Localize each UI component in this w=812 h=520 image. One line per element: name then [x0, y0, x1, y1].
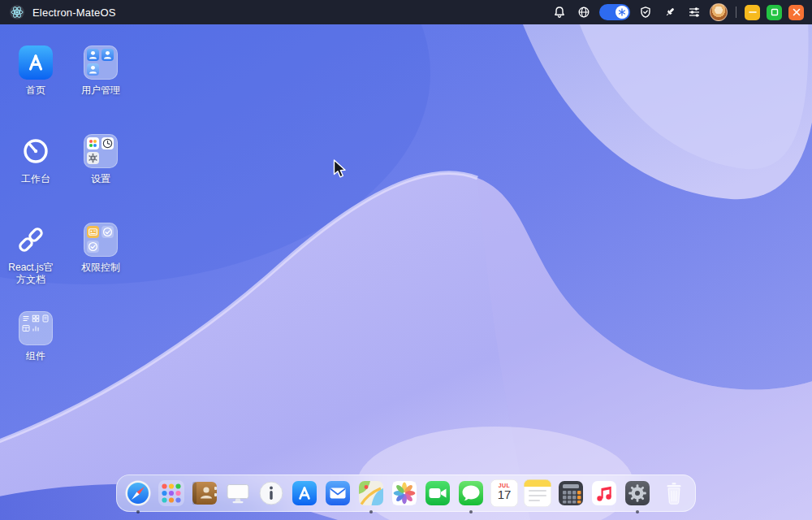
pin-icon[interactable] — [661, 3, 679, 21]
dock-icon-facetime[interactable] — [424, 479, 451, 507]
dock: JUL 17 — [116, 474, 696, 512]
desktop-icon-label: 组件 — [26, 350, 45, 362]
permissions-group-tile-icon — [84, 223, 118, 257]
running-indicator — [369, 510, 373, 514]
check-circle-mini-icon — [102, 226, 114, 238]
dock-icon-safari[interactable] — [124, 479, 152, 507]
desktop-icon-label: 权限控制 — [81, 262, 120, 274]
dock-icon-maps[interactable] — [357, 479, 385, 507]
desktop-icon-permission-control[interactable]: 权限控制 — [70, 223, 132, 274]
running-indicator — [469, 510, 473, 514]
desktop-icon-label: React.js官方文档 — [5, 262, 57, 286]
id-badge-mini-icon — [87, 226, 99, 238]
note-line — [529, 500, 540, 501]
note-line — [529, 490, 546, 492]
desktop-icon-label: 首页 — [26, 84, 45, 97]
calendar-day: 17 — [498, 488, 512, 501]
gauge-icon — [19, 134, 53, 168]
app-title: Electron-MateOS — [32, 6, 116, 19]
dock-icon-launchpad[interactable] — [158, 479, 185, 507]
running-indicator — [136, 510, 140, 514]
shield-icon[interactable] — [637, 3, 654, 21]
user-mini-icon — [87, 49, 99, 61]
notes-tile — [524, 479, 551, 507]
bell-icon[interactable] — [551, 3, 568, 21]
desktop-icon-react-docs[interactable]: React.js官方文档 — [5, 223, 57, 286]
appstore-tile-icon — [19, 46, 53, 80]
clock-mini-icon — [102, 137, 114, 150]
components-group-tile-icon — [19, 311, 53, 345]
calendar-tile: JUL 17 — [490, 479, 518, 507]
desktop-icon-label: 工作台 — [21, 173, 50, 185]
dock-icon-contacts[interactable] — [191, 479, 218, 507]
settings-group-tile-icon — [84, 134, 118, 168]
user-mini-icon — [87, 63, 99, 76]
grid-mini-icon — [32, 314, 40, 323]
desktop-icon-label: 设置 — [91, 173, 110, 185]
list-mini-icon — [22, 314, 30, 323]
user-avatar[interactable] — [710, 3, 728, 21]
check-circle-mini-icon — [87, 240, 99, 253]
dock-icon-notes[interactable] — [524, 479, 551, 507]
desktop-icon-home[interactable]: 首页 — [5, 46, 67, 97]
theme-toggle[interactable] — [599, 4, 630, 20]
maximize-button[interactable] — [767, 5, 782, 20]
close-button[interactable] — [788, 5, 804, 20]
dock-icon-photos[interactable] — [391, 479, 418, 507]
table-mini-icon — [22, 324, 30, 332]
menubar: Electron-MateOS — [0, 0, 812, 24]
running-indicator — [636, 510, 639, 514]
apps-grid-mini-icon — [87, 137, 99, 150]
dock-icon-mail[interactable] — [324, 479, 352, 507]
dock-icon-trash[interactable] — [660, 479, 688, 507]
menubar-divider — [736, 6, 736, 18]
dock-icon-calendar[interactable]: JUL 17 — [490, 479, 518, 507]
globe-language-icon[interactable] — [575, 3, 593, 21]
electron-atom-icon[interactable] — [8, 3, 26, 21]
menubar-tray — [551, 3, 804, 21]
dock-icon-messages[interactable] — [457, 479, 485, 507]
note-line — [529, 495, 546, 496]
dock-icon-app-store[interactable] — [291, 479, 318, 507]
theme-toggle-knob — [615, 6, 628, 19]
chart-mini-icon — [32, 324, 40, 332]
desktop-icon-settings[interactable]: 设置 — [70, 134, 132, 185]
desktop-screen: Electron-MateOS — [0, 0, 812, 520]
desktop-icon-user-management[interactable]: 用户管理 — [70, 46, 132, 97]
minimize-button[interactable] — [745, 5, 760, 20]
desktop-icon-label: 用户管理 — [81, 84, 120, 97]
sliders-icon[interactable] — [685, 3, 703, 21]
menubar-left: Electron-MateOS — [8, 3, 116, 21]
desktop-icon-components[interactable]: 组件 — [5, 311, 67, 362]
users-group-tile-icon — [84, 46, 118, 80]
desktop-icon-workbench[interactable]: 工作台 — [5, 134, 67, 185]
link-icon — [14, 223, 48, 257]
document-mini-icon — [41, 314, 50, 323]
dock-icon-calculator[interactable] — [557, 479, 585, 507]
dock-icon-info[interactable] — [257, 479, 285, 507]
dock-icon-system-settings[interactable] — [624, 479, 651, 507]
dock-icon-music[interactable] — [590, 479, 618, 507]
dock-icon-display[interactable] — [224, 479, 252, 507]
user-mini-icon — [102, 49, 114, 61]
gear-mini-icon — [87, 152, 99, 164]
